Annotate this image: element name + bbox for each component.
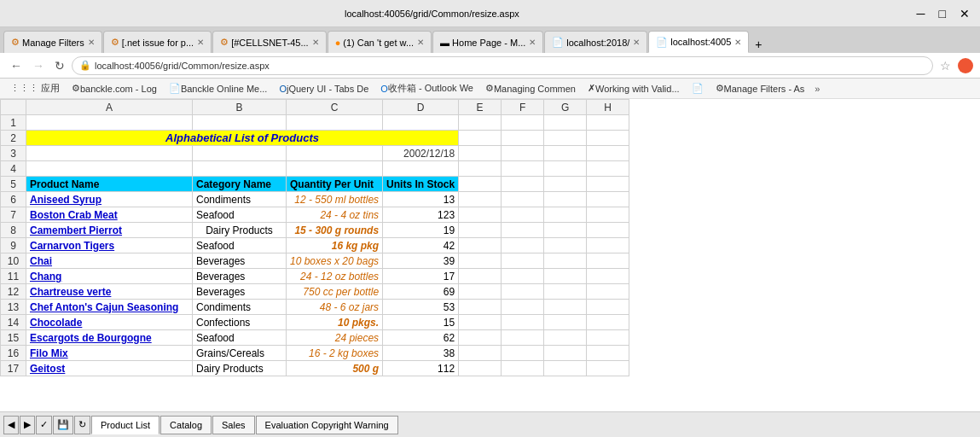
cell-1c[interactable] xyxy=(287,115,383,131)
bookmark-banckle[interactable]: ⚙ banckle.com - Log xyxy=(67,82,162,95)
cell-17h[interactable] xyxy=(587,361,629,376)
cell-9d[interactable]: 42 xyxy=(383,238,459,253)
cell-4g[interactable] xyxy=(544,161,587,177)
cell-10e[interactable] xyxy=(459,253,502,269)
cell-17d[interactable]: 112 xyxy=(383,361,459,376)
cell-14d[interactable]: 15 xyxy=(383,315,459,330)
cell-7b[interactable]: Seafood xyxy=(193,207,287,223)
cell-1b[interactable] xyxy=(193,115,287,131)
cell-15f[interactable] xyxy=(502,330,544,346)
cell-15e[interactable] xyxy=(459,330,502,346)
cell-6e[interactable] xyxy=(459,192,502,207)
cell-11e[interactable] xyxy=(459,269,502,284)
cell-15b[interactable]: Seafood xyxy=(193,330,287,346)
cell-13h[interactable] xyxy=(587,300,629,315)
cell-17e[interactable] xyxy=(459,361,502,376)
minimize-btn[interactable]: ─ xyxy=(910,5,932,22)
cell-2g[interactable] xyxy=(544,131,587,146)
cell-7c[interactable]: 24 - 4 oz tins xyxy=(287,207,383,223)
cell-4c[interactable] xyxy=(287,161,383,177)
cell-8h[interactable] xyxy=(587,223,629,238)
more-bookmarks-button[interactable]: » xyxy=(811,83,823,95)
extension-button[interactable] xyxy=(958,58,973,73)
tab-cant-get[interactable]: ● (1) Can 't get w... ✕ xyxy=(328,31,432,53)
cell-3c[interactable] xyxy=(287,146,383,161)
cell-2h[interactable] xyxy=(587,131,629,146)
next-sheet-button[interactable]: ▶ xyxy=(20,416,35,434)
col-header-c[interactable]: C xyxy=(287,100,383,115)
cell-7f[interactable] xyxy=(502,207,544,223)
cell-4d[interactable] xyxy=(383,161,459,177)
cell-4f[interactable] xyxy=(502,161,544,177)
col-header-h[interactable]: H xyxy=(587,100,629,115)
cell-8e[interactable] xyxy=(459,223,502,238)
cell-14h[interactable] xyxy=(587,315,629,330)
cell-1d[interactable] xyxy=(383,115,459,131)
cell-product-aniseed[interactable]: Aniseed Syrup xyxy=(26,192,193,207)
cell-16b[interactable]: Grains/Cereals xyxy=(193,346,287,361)
cell-6c[interactable]: 12 - 550 ml bottles xyxy=(287,192,383,207)
cell-16c[interactable]: 16 - 2 kg boxes xyxy=(287,346,383,361)
cell-7e[interactable] xyxy=(459,207,502,223)
cell-8d[interactable]: 19 xyxy=(383,223,459,238)
cell-5h[interactable] xyxy=(587,177,629,192)
cell-4b[interactable] xyxy=(193,161,287,177)
tab-close-icon[interactable]: ✕ xyxy=(734,38,741,47)
sheet-tab-sales[interactable]: Sales xyxy=(212,416,255,434)
cell-4h[interactable] xyxy=(587,161,629,177)
cell-10g[interactable] xyxy=(544,253,587,269)
cell-14e[interactable] xyxy=(459,315,502,330)
cell-17b[interactable]: Dairy Products xyxy=(193,361,287,376)
cell-12h[interactable] xyxy=(587,284,629,300)
cell-16g[interactable] xyxy=(544,346,587,361)
tab-close-icon[interactable]: ✕ xyxy=(312,38,319,47)
cell-16d[interactable]: 38 xyxy=(383,346,459,361)
cell-6b[interactable]: Condiments xyxy=(193,192,287,207)
new-tab-button[interactable]: + xyxy=(750,36,767,53)
forward-button[interactable]: → xyxy=(29,57,48,74)
cell-7d[interactable]: 123 xyxy=(383,207,459,223)
header-quantity[interactable]: Quantity Per Unit xyxy=(287,177,383,192)
cell-2e[interactable] xyxy=(459,131,502,146)
cell-13f[interactable] xyxy=(502,300,544,315)
bookmark-banckle-online[interactable]: 📄 Banckle Online Me... xyxy=(164,82,273,95)
cell-product-chai[interactable]: Chai xyxy=(26,253,193,269)
cell-17c[interactable]: 500 g xyxy=(287,361,383,376)
cell-9e[interactable] xyxy=(459,238,502,253)
cell-6d[interactable]: 13 xyxy=(383,192,459,207)
cell-15g[interactable] xyxy=(544,330,587,346)
cell-12f[interactable] xyxy=(502,284,544,300)
cell-11c[interactable]: 24 - 12 oz bottles xyxy=(287,269,383,284)
tab-close-icon[interactable]: ✕ xyxy=(88,38,95,47)
cell-14g[interactable] xyxy=(544,315,587,330)
cell-1f[interactable] xyxy=(502,115,544,131)
refresh-button[interactable]: ↻ xyxy=(51,57,68,74)
cell-13d[interactable]: 53 xyxy=(383,300,459,315)
maximize-btn[interactable]: □ xyxy=(932,5,953,22)
cell-7h[interactable] xyxy=(587,207,629,223)
tab-home-page[interactable]: ▬ Home Page - M... ✕ xyxy=(432,31,543,53)
cell-product-geitost[interactable]: Geitost xyxy=(26,361,193,376)
sheet-tab-product-list[interactable]: Product List xyxy=(91,416,159,434)
cell-6h[interactable] xyxy=(587,192,629,207)
bookmark-managing[interactable]: ⚙ Managing Commen xyxy=(480,82,581,95)
cell-1e[interactable] xyxy=(459,115,502,131)
cell-10d[interactable]: 39 xyxy=(383,253,459,269)
cell-3f[interactable] xyxy=(502,146,544,161)
cell-15h[interactable] xyxy=(587,330,629,346)
cell-3a[interactable] xyxy=(26,146,193,161)
cell-9f[interactable] xyxy=(502,238,544,253)
bookmark-apps[interactable]: ⋮⋮⋮ 应用 xyxy=(5,81,65,96)
prev-sheet-button[interactable]: ◀ xyxy=(3,416,19,434)
tab-cellsnet[interactable]: ⚙ [#CELLSNET-45... ✕ xyxy=(212,31,327,53)
cell-product-carnarvon[interactable]: Carnarvon Tigers xyxy=(26,238,193,253)
tab-close-icon[interactable]: ✕ xyxy=(633,38,640,47)
cell-11f[interactable] xyxy=(502,269,544,284)
cell-6f[interactable] xyxy=(502,192,544,207)
cell-12g[interactable] xyxy=(544,284,587,300)
bookmark-star-icon[interactable]: ☆ xyxy=(940,59,951,73)
tab-close-icon[interactable]: ✕ xyxy=(529,38,536,47)
cell-10b[interactable]: Beverages xyxy=(193,253,287,269)
cell-12b[interactable]: Beverages xyxy=(193,284,287,300)
cell-3g[interactable] xyxy=(544,146,587,161)
